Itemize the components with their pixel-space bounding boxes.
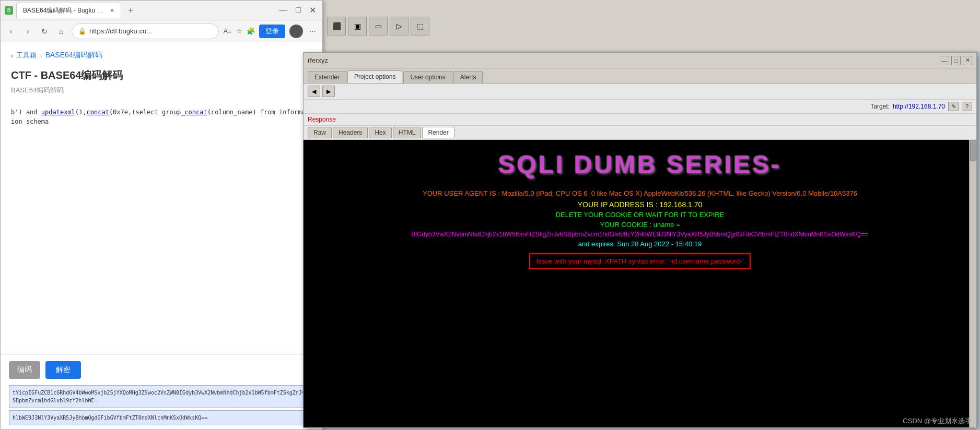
refresh-btn[interactable]: ↻ [38,25,51,38]
target-edit-btn[interactable]: ✎ [948,102,959,111]
response-tab-hex[interactable]: Hex [369,127,391,138]
expires-value: Sun 28 Aug 2022 - 15:40:19 [617,240,702,248]
tab-alerts[interactable]: Alerts [453,71,483,83]
breadcrumb-current[interactable]: BASE64编码解码 [45,51,102,60]
expires-prefix: and expires: [578,240,615,248]
sql-highlight-3: concat [184,109,207,116]
home-btn[interactable]: ⌂ [55,25,67,38]
toolbar-icon-1[interactable]: ⬛ [327,17,346,35]
sql-text-mid: (1, [75,109,87,116]
browser-close-btn[interactable]: ✕ [307,5,318,15]
burp-minimize-btn[interactable]: — [940,56,949,65]
user-agent-value: Mozilla/5.0 (iPad; CPU OS 6_0 like Mac O… [502,189,857,197]
user-agent-text: YOUR USER AGENT IS : Mozilla/5.0 (iPad; … [423,189,857,197]
login-button[interactable]: 登录 [259,25,285,38]
toolbar-btn-1[interactable]: ◀ [308,86,320,97]
sql-text-after: (0x7e,(select group_ [109,109,185,116]
url-text: https://ctf.bugku.co... [89,27,152,35]
expires-text: and expires: Sun 28 Aug 2022 - 15:40:19 [578,240,702,248]
output-box-1: tYicpIGFuZCB1cGRhdGV4bWwoMSxjb25jYXQoMHg… [9,385,314,408]
sqli-title: SQLI DUMB SERIES- [498,150,782,179]
browser-maximize-btn[interactable]: □ [294,5,303,15]
burp-tab-bar: Extender Project options User options Al… [304,68,976,83]
browser-tab-label: BASE64编码解码 - Bugku CTF [23,6,107,15]
more-options-btn[interactable]: ··· [307,25,318,38]
target-help-btn[interactable]: ? [962,102,972,111]
toolbar-icon-2[interactable]: ▣ [348,17,367,35]
toolbar-icon-5[interactable]: ⬚ [411,17,429,35]
toolbar-icons: ⬛ ▣ ▭ ▷ ⬚ [327,17,429,35]
browser-window-controls: — □ ✕ [277,5,318,15]
decode-button[interactable]: 解密 [45,361,81,379]
ip-value: 192.168.1.70 [660,200,703,209]
target-bar: Target: http://192.168.1.70 ✎ ? [304,100,976,114]
sql-highlight-2: concat [87,109,109,116]
user-avatar[interactable] [289,25,303,38]
cookie-delete-msg: DELETE YOUR COOKIE OR WAIT FOR IT TO EXP… [556,211,725,219]
browser-toolbar: ‹ › ↻ ⌂ 🔒 https://ctf.bugku.co... A≡ ☆ 🧩… [1,20,322,42]
back-btn[interactable]: ‹ [5,25,17,38]
response-tab-bar: Raw Headers Hex HTML Render [304,126,976,140]
browser-minimize-btn[interactable]: — [277,5,289,15]
new-tab-btn[interactable]: + [124,4,137,17]
tab-extender[interactable]: Extender [308,71,346,83]
reader-mode-btn[interactable]: A≡ [223,27,231,35]
response-label: Response [304,114,976,126]
output-box-2: hlbWE9J3NlY3VyaXR5JyBhbmQgdGFibGVfbmFtZT… [9,410,314,425]
browser-favicon: B [5,6,13,15]
response-scrollbar[interactable] [969,140,976,427]
toolbar-icon-3[interactable]: ▭ [369,17,388,35]
breadcrumb: › 工具箱 › BASE64编码解码 [11,51,312,60]
browser-page-content: › 工具箱 › BASE64编码解码 CTF - BASE64编码解码 BASE… [1,42,322,354]
burp-content-area: Target: http://192.168.1.70 ✎ ? Response… [304,100,976,427]
burp-toolbar: ◀ ▶ [304,83,976,100]
bottom-decode-area: 编码 解密 tYicpIGFuZCB1cGRhdGV4bWwoMSxjb25jY… [1,354,322,429]
action-buttons: 编码 解密 [1,354,322,385]
burp-window-controls: — □ ✕ [940,56,972,65]
burp-close-btn[interactable]: ✕ [963,56,972,65]
scrollbar-thumb[interactable] [970,140,976,161]
browser-titlebar: B BASE64编码解码 - Bugku CTF ✕ + — □ ✕ [1,1,322,20]
lock-icon: 🔒 [78,28,86,35]
browser-tab-close-btn[interactable]: ✕ [110,7,114,14]
tab-project-options[interactable]: Project options [347,70,402,83]
toolbar-btn-2[interactable]: ▶ [322,86,335,97]
csdn-watermark: CSDN @专业划水选手 [903,416,972,426]
ip-label: YOUR IP ADDRESS IS : [578,200,658,209]
response-content-area: SQLI DUMB SERIES- YOUR USER AGENT IS : M… [304,140,976,427]
sql-highlight-1: updatexml [41,109,75,116]
browser-window: B BASE64编码解码 - Bugku CTF ✕ + — □ ✕ ‹ › ↻… [0,0,323,430]
extensions-btn[interactable]: 🧩 [247,27,255,35]
sqli-page: SQLI DUMB SERIES- YOUR USER AGENT IS : M… [304,140,976,427]
sql-code-block: b') and updatexml(1,concat(0x7e,(select … [11,108,312,126]
favorites-btn[interactable]: ☆ [236,27,242,35]
address-bar[interactable]: 🔒 https://ctf.bugku.co... [72,23,219,39]
cookie-label: YOUR COOKIE : uname = [600,221,680,229]
response-tab-html[interactable]: HTML [393,127,422,138]
secondary-toolbar: ⬛ ▣ ▭ ▷ ⬚ [323,0,980,52]
breadcrumb-separator: › [40,52,42,59]
burp-window: rferxyz — □ ✕ Extender Project options U… [303,52,977,428]
response-tab-headers[interactable]: Headers [333,127,368,138]
ip-text: YOUR IP ADDRESS IS : 192.168.1.70 [578,200,703,209]
response-tab-raw[interactable]: Raw [308,127,332,138]
target-label: Target: [870,103,890,110]
sql-text-before: b') and [11,109,41,116]
burp-maximize-btn[interactable]: □ [951,56,961,65]
burp-titlebar: rferxyz — □ ✕ [304,53,976,68]
cookie-value: 0IGdyb3VwX2NvbmNhdChjb2x1bW5fbmFtZSkgZnJ… [412,231,868,238]
toolbar-icon-4[interactable]: ▷ [390,17,409,35]
page-title: CTF - BASE64编码解码 [11,68,312,82]
error-box: Issue with your mysql: XPATH syntax erro… [529,253,751,269]
user-agent-label: YOUR USER AGENT IS : [423,189,500,197]
burp-title: rferxyz [308,56,940,64]
breadcrumb-root[interactable]: 工具箱 [16,51,37,60]
page-subtitle: BASE64编码解码 [11,86,312,95]
forward-btn[interactable]: › [21,25,34,38]
response-tab-render[interactable]: Render [422,127,454,138]
browser-tab-active[interactable]: BASE64编码解码 - Bugku CTF ✕ [16,3,121,18]
breadcrumb-chevron: › [11,52,13,59]
encode-button[interactable]: 编码 [9,361,40,379]
target-url: http://192.168.1.70 [893,103,945,110]
tab-user-options[interactable]: User options [403,71,452,83]
